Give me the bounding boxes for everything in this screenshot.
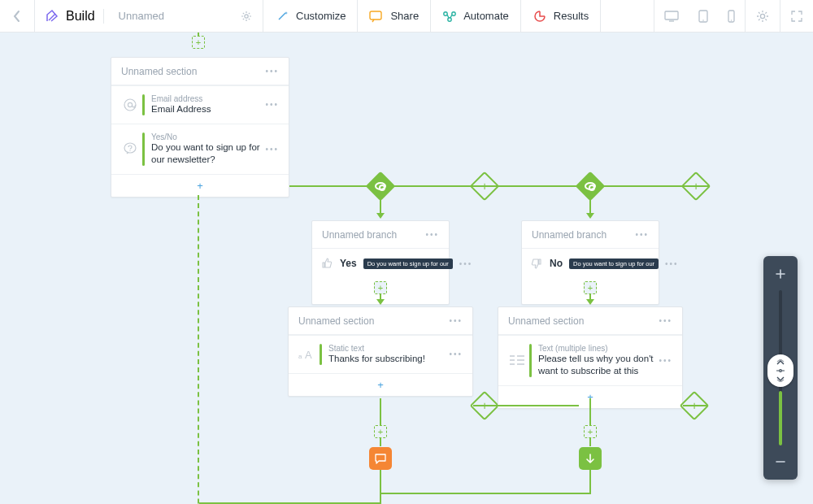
more-icon[interactable]: ••• (265, 145, 279, 154)
zoom-slider-track[interactable] (779, 290, 782, 445)
zoom-in-button[interactable] (771, 264, 790, 284)
branch-answer-row[interactable]: No Do you want to sign up for our ••• (522, 249, 659, 281)
svg-point-12 (128, 102, 132, 106)
svg-rect-5 (665, 11, 678, 20)
svg-text:a: a (298, 353, 302, 360)
more-icon[interactable]: ••• (659, 356, 672, 365)
fullscreen-button[interactable] (780, 0, 813, 32)
branch-decision-node[interactable] (370, 176, 391, 197)
branch-decision-node[interactable] (580, 176, 601, 197)
end-node-message[interactable] (369, 447, 392, 470)
back-button[interactable] (0, 0, 34, 32)
svg-point-7 (702, 20, 704, 21)
branch-header[interactable]: Unnamed branch ••• (312, 221, 449, 249)
chevron-left-icon (10, 9, 24, 24)
automate-tab[interactable]: Automate (431, 0, 520, 32)
svg-point-17 (780, 370, 782, 372)
at-icon (118, 97, 142, 113)
add-branch-node[interactable]: + (685, 176, 706, 197)
zoom-out-button[interactable] (771, 452, 790, 471)
condition-chip[interactable]: Do you want to sign up for our (569, 259, 659, 269)
chevron-up-icon (776, 359, 785, 366)
add-node-button[interactable]: + (374, 281, 387, 294)
condition-chip[interactable]: Do you want to sign up for our (363, 259, 453, 269)
more-icon[interactable]: ••• (265, 67, 279, 76)
results-icon (533, 9, 547, 24)
field-row[interactable]: Text (multiple lines) Please tell us why… (498, 335, 682, 385)
branch-answer-row[interactable]: Yes Do you want to sign up for our ••• (312, 249, 449, 281)
preview-desktop-button[interactable] (654, 0, 689, 32)
thumbs-down-icon (530, 255, 543, 272)
more-icon[interactable]: ••• (425, 230, 439, 239)
add-branch-node[interactable]: + (474, 176, 495, 197)
more-icon[interactable]: ••• (449, 316, 463, 325)
child-section-card[interactable]: Unnamed section ••• Text (multiple lines… (498, 306, 683, 409)
end-node-continue[interactable] (579, 447, 602, 470)
desktop-icon (664, 11, 679, 22)
add-node-button[interactable]: + (584, 425, 597, 438)
wand-icon (275, 9, 289, 24)
field-row[interactable]: aA Static text Thanks for subscribing! •… (289, 335, 472, 373)
top-toolbar: Build Customize Share Automate Results (0, 0, 813, 33)
expand-icon (790, 10, 803, 23)
more-icon[interactable]: ••• (665, 259, 679, 268)
field-row[interactable]: Yes/No Do you want to sign up for our ne… (111, 124, 289, 174)
build-icon (45, 9, 59, 24)
thumbs-up-icon (320, 255, 333, 272)
svg-point-0 (245, 14, 248, 17)
build-title-zone: Build (35, 0, 263, 32)
svg-point-14 (129, 150, 130, 151)
settings-button[interactable] (746, 0, 780, 32)
more-icon[interactable]: ••• (459, 259, 473, 268)
zoom-reset-icon (776, 368, 785, 373)
chat-icon (374, 452, 387, 465)
add-field-button[interactable]: + (289, 373, 472, 396)
add-field-button[interactable]: + (111, 174, 289, 197)
branch-header[interactable]: Unnamed branch ••• (522, 221, 659, 249)
share-tab[interactable]: Share (358, 0, 430, 32)
chevron-down-icon (776, 376, 785, 382)
zoom-slider-knob[interactable] (767, 354, 793, 387)
arrow-down-icon (585, 453, 596, 464)
section-title: Unnamed section (298, 315, 374, 327)
branch-title: Unnamed branch (322, 229, 397, 241)
root-section-card[interactable]: Unnamed section ••• Email address Email … (111, 57, 289, 198)
gear-icon (755, 9, 770, 24)
preview-phone-button[interactable] (718, 0, 745, 32)
svg-rect-1 (370, 11, 381, 20)
svg-point-9 (731, 20, 732, 20)
results-tab[interactable]: Results (521, 0, 600, 32)
svg-point-13 (124, 143, 136, 153)
section-title: Unnamed section (121, 66, 197, 77)
tablet-icon (698, 10, 708, 23)
question-icon (118, 141, 142, 157)
add-node-button[interactable]: + (584, 281, 597, 294)
section-header[interactable]: Unnamed section ••• (498, 307, 682, 335)
form-title-input[interactable] (112, 10, 210, 22)
automate-icon (442, 9, 457, 24)
phone-icon (728, 10, 735, 23)
title-settings-icon[interactable] (240, 10, 253, 23)
field-row[interactable]: Email address Email Address ••• (111, 85, 289, 124)
more-icon[interactable]: ••• (449, 350, 463, 358)
text-size-icon: aA (295, 348, 320, 361)
svg-point-4 (448, 17, 451, 20)
add-node-button[interactable]: + (374, 425, 387, 438)
svg-text:A: A (305, 349, 312, 361)
more-icon[interactable]: ••• (265, 100, 279, 109)
section-header[interactable]: Unnamed section ••• (289, 307, 472, 335)
customize-tab[interactable]: Customize (263, 0, 357, 32)
multiline-text-icon (505, 354, 529, 366)
section-title: Unnamed section (508, 315, 584, 327)
build-label: Build (66, 9, 95, 24)
zoom-control (763, 256, 798, 480)
section-header[interactable]: Unnamed section ••• (111, 58, 289, 85)
child-section-card[interactable]: Unnamed section ••• aA Static text Thank… (288, 306, 473, 397)
svg-point-11 (124, 99, 136, 111)
branch-title: Unnamed branch (532, 229, 606, 241)
flow-canvas[interactable]: + Unnamed section ••• Email address Emai… (0, 33, 813, 504)
more-icon[interactable]: ••• (635, 230, 649, 239)
add-node-button[interactable]: + (192, 36, 205, 49)
more-icon[interactable]: ••• (659, 316, 672, 325)
preview-tablet-button[interactable] (689, 0, 718, 32)
